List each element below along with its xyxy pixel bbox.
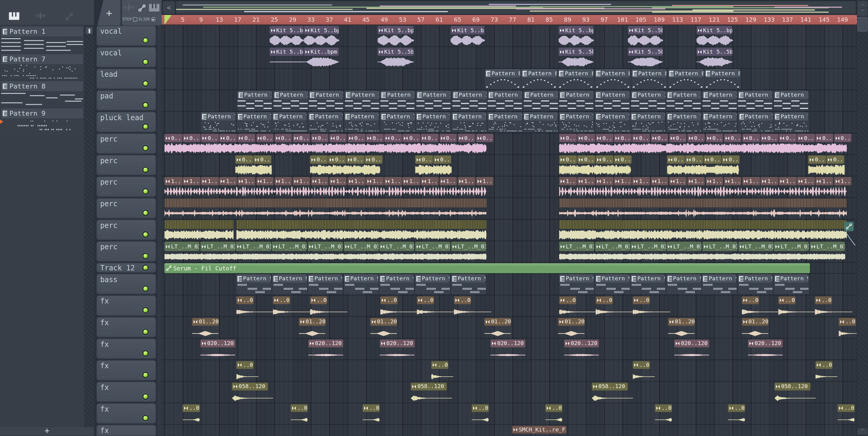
clip-header[interactable]: Pattern 7 [416, 112, 450, 121]
clip-audio-strip[interactable]: 0..0..0..0.. [667, 155, 739, 176]
track-card-fx[interactable]: fx... [96, 403, 156, 424]
piano-icon[interactable] [9, 12, 19, 22]
clip-audio[interactable]: Kit 5..5bpm [628, 47, 663, 68]
track-card-fx[interactable]: fx... [96, 360, 156, 380]
clip-header[interactable]: 1.. [403, 177, 420, 186]
timeline-ruler[interactable]: 5913172125293337414549535761656973778185… [161, 15, 857, 25]
playlist-row[interactable]: Pattern 9Pattern 9Pattern 9Pattern 9Patt… [161, 274, 857, 295]
clip-pattern[interactable]: Pattern 7 [595, 112, 630, 133]
clip-header[interactable]: LT_..M_03 [595, 242, 630, 251]
clip-header[interactable]: 1.. [347, 177, 365, 186]
clip-header[interactable]: 0.. [164, 134, 182, 142]
clip-header[interactable]: Kit 5..5bpm [628, 26, 663, 34]
clip-header[interactable]: Pattern 9 [595, 274, 629, 283]
track-mute-led[interactable] [142, 329, 149, 335]
clip-header[interactable]: Pattern 7 [559, 112, 593, 121]
clip-header[interactable]: ..0 [815, 361, 833, 369]
clip-audio-strip[interactable]: 1..1..1..1..1..1..1..1..1..1..1..1..1..1… [164, 177, 487, 198]
clip-header[interactable]: ..0 [815, 296, 832, 304]
clip-header[interactable]: Pattern 8 [595, 69, 630, 78]
clip-pattern[interactable]: Pattern 7 [487, 112, 522, 133]
clip-header[interactable]: 1.. [384, 177, 402, 186]
clip-header[interactable]: ..0 [417, 296, 434, 304]
pattern-item-header[interactable]: Pattern 7 [1, 54, 83, 64]
clip-header[interactable]: 0.. [761, 134, 778, 142]
clip-header[interactable]: LT_..M_03 [344, 242, 378, 251]
playlist-row[interactable]: 0..0..0..0..0..0..0..0..0..0..0..0..0..0… [161, 155, 857, 176]
clip-header[interactable]: Pattern 8 [668, 69, 704, 78]
track-card-fx[interactable]: fx... [96, 295, 156, 316]
clip-header[interactable]: 0.. [236, 155, 253, 164]
clip-pattern[interactable]: Pattern 7 [308, 112, 343, 133]
play-position-marker[interactable] [164, 15, 172, 25]
track-mute-led[interactable] [142, 209, 149, 216]
clip-pattern[interactable]: Pattern 1 [738, 91, 773, 111]
clip-header[interactable]: ..0 [728, 404, 745, 412]
clip-header[interactable]: Pattern 9 [236, 274, 271, 283]
track-card-fx[interactable]: fx... [96, 317, 156, 337]
clip-audio[interactable]: Kit 5..bpm [270, 47, 304, 68]
clip-pattern[interactable]: Pattern 9 [738, 274, 773, 295]
clip-header[interactable]: Pattern 1 [488, 91, 522, 99]
track-card-fx[interactable]: fx... [96, 338, 156, 359]
clip-header[interactable]: ..0 [236, 361, 253, 369]
playlist-row[interactable]: Serum - Fil Cutoff [161, 263, 857, 274]
pattern-item-header[interactable]: Pattern 9 [1, 108, 83, 118]
clip-pattern[interactable]: Pattern 1 [667, 91, 702, 111]
playlist-row[interactable]: ..0..0..0..0..0..0..0..0..0..0..0..0 [161, 295, 857, 317]
clip-header[interactable]: Pattern 1 [774, 91, 808, 99]
clip-header[interactable]: 01..20 [742, 318, 768, 326]
clip-header[interactable]: LT_..M_03 [738, 242, 773, 251]
clip-automation[interactable]: SMCH_Kit..re_Fill [512, 425, 566, 436]
clip-header[interactable]: Pattern 1 [238, 91, 272, 99]
clip-header[interactable]: 0.. [201, 134, 218, 142]
clip-header[interactable]: 0.. [310, 155, 328, 164]
clip-header[interactable]: 1.. [183, 177, 200, 186]
clip-header[interactable]: 0.. [651, 134, 668, 142]
clip-header[interactable]: ..0 [778, 296, 795, 304]
clip-header[interactable]: 0.. [293, 134, 310, 142]
clip-header[interactable]: 1.. [476, 177, 493, 186]
clip-header[interactable]: Pattern 1 [667, 91, 701, 99]
track-mute-led[interactable] [142, 415, 149, 422]
clip-header[interactable]: 1.. [330, 177, 347, 186]
clip-header[interactable]: 0.. [256, 134, 273, 142]
track-card-perc[interactable]: perc... [96, 176, 156, 197]
clip-header[interactable]: 0.. [797, 134, 815, 142]
clip-header[interactable]: 020..120 [308, 340, 343, 347]
clip-audio[interactable]: Kit 5..bpm [558, 26, 594, 46]
clip-audio-block[interactable] [164, 198, 487, 219]
clip-header[interactable]: 0.. [219, 134, 237, 142]
clip-pattern[interactable]: Pattern 7 [738, 112, 773, 133]
clip-pattern[interactable]: Pattern 1 [381, 91, 415, 111]
playlist-minimap[interactable] [176, 1, 856, 14]
track-card-perc[interactable]: perc... [96, 155, 156, 175]
clip-header[interactable]: Pattern 7 [595, 112, 629, 121]
clip-header[interactable]: Pattern 7 [774, 112, 808, 121]
playlist-row[interactable]: 0..0..0..0..0..0..0..0..0..0..0..0..0..0… [161, 133, 857, 155]
pattern-item[interactable]: Pattern 9 [1, 108, 83, 137]
clip-audio-strip[interactable]: 0..0.. [808, 155, 845, 176]
clip-pattern[interactable]: Pattern 7 [201, 112, 236, 133]
clip-pattern[interactable]: Pattern 9 [559, 274, 594, 295]
clip-pattern[interactable]: Pattern 7 [559, 112, 594, 133]
clip-header[interactable]: LT_..M_03 [415, 242, 450, 251]
clip-header[interactable]: Kit 5..5bpm [558, 47, 593, 56]
clip-header[interactable]: ..0 [236, 296, 253, 304]
picker-scrollbar[interactable] [84, 25, 94, 427]
clip-header[interactable]: 1.. [779, 177, 797, 186]
clip-header[interactable]: 01..20 [668, 318, 695, 326]
clip-pattern[interactable]: Pattern 8 [705, 69, 741, 90]
playlist-row[interactable]: Kit 5..bpmKit 5..bpmKit 5..bpmKit 5..bpm… [161, 25, 857, 47]
clip-header[interactable]: Pattern 7 [452, 112, 486, 121]
clip-header[interactable]: 1.. [274, 177, 292, 186]
piano-icon[interactable] [149, 3, 159, 14]
playlist-grid[interactable]: Kit 5..bpmKit 5..bpmKit 5..bpmKit 5..bpm… [161, 25, 857, 436]
automation-icon[interactable] [138, 3, 146, 14]
clip-header[interactable]: 1.. [761, 177, 778, 186]
clip-header[interactable]: 0.. [834, 134, 851, 142]
clip-pattern[interactable]: Pattern 1 [774, 91, 809, 111]
clip-header[interactable]: ..0 [273, 296, 290, 304]
clip-header[interactable]: LT_..M_03 [451, 242, 486, 251]
clip-header[interactable]: 0.. [274, 134, 292, 142]
